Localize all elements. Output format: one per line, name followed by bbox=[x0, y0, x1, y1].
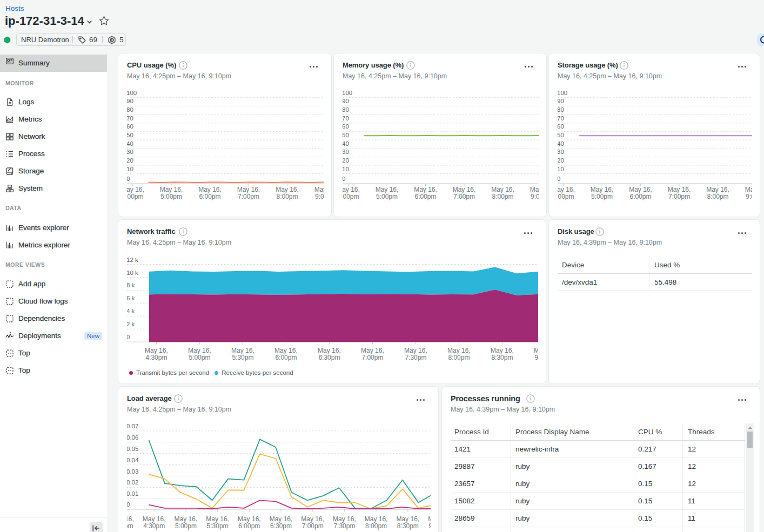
svg-text:50: 50 bbox=[126, 132, 133, 138]
svg-text:8:00pm: 8:00pm bbox=[448, 354, 470, 361]
svg-text:100: 100 bbox=[557, 90, 567, 96]
svg-text:30: 30 bbox=[342, 149, 349, 155]
svg-text:80: 80 bbox=[557, 106, 564, 113]
svg-text:7:00pm: 7:00pm bbox=[361, 354, 383, 361]
svg-text:50: 50 bbox=[342, 132, 349, 138]
svg-text:4:00pm: 4:00pm bbox=[118, 522, 133, 530]
svg-text:0: 0 bbox=[342, 176, 345, 182]
svg-text:May 16,: May 16, bbox=[745, 186, 760, 193]
svg-text:May 16,: May 16, bbox=[706, 186, 729, 193]
svg-text:0: 0 bbox=[126, 176, 130, 182]
svg-text:0.06: 0.06 bbox=[126, 434, 138, 441]
svg-text:May 16,: May 16, bbox=[552, 186, 575, 193]
svg-text:60: 60 bbox=[342, 123, 349, 130]
svg-text:5:00pm: 5:00pm bbox=[175, 522, 197, 530]
svg-text:May 16,: May 16, bbox=[276, 186, 299, 193]
svg-text:0.02: 0.02 bbox=[126, 479, 138, 486]
svg-text:40: 40 bbox=[557, 140, 564, 147]
svg-text:May 16,: May 16, bbox=[491, 186, 514, 193]
svg-text:40: 40 bbox=[126, 140, 133, 147]
svg-text:7:30pm: 7:30pm bbox=[405, 354, 426, 361]
svg-text:8 k: 8 k bbox=[126, 282, 135, 288]
svg-text:May 16,: May 16, bbox=[447, 347, 471, 354]
svg-text:5:00pm: 5:00pm bbox=[376, 193, 398, 200]
svg-text:0: 0 bbox=[126, 334, 130, 340]
svg-text:8:00pm: 8:00pm bbox=[276, 193, 298, 200]
svg-text:6:30pm: 6:30pm bbox=[270, 522, 292, 530]
svg-text:30: 30 bbox=[126, 149, 133, 155]
svg-text:May 16,: May 16, bbox=[629, 186, 652, 193]
svg-text:5:30pm: 5:30pm bbox=[207, 522, 229, 530]
svg-text:2 k: 2 k bbox=[126, 321, 135, 327]
svg-text:7:00pm: 7:00pm bbox=[453, 193, 475, 200]
svg-text:4:30pm: 4:30pm bbox=[145, 354, 167, 361]
svg-text:May 16,: May 16, bbox=[274, 347, 298, 354]
svg-text:May 16,: May 16, bbox=[198, 186, 222, 193]
svg-text:50: 50 bbox=[557, 132, 564, 138]
svg-text:7:00pm: 7:00pm bbox=[302, 522, 324, 530]
svg-text:May 16,: May 16, bbox=[237, 186, 260, 193]
svg-text:10: 10 bbox=[126, 166, 133, 172]
svg-text:80: 80 bbox=[126, 106, 133, 113]
svg-text:May 16,: May 16, bbox=[121, 186, 144, 193]
svg-text:6:00pm: 6:00pm bbox=[238, 522, 260, 530]
svg-text:May 16,: May 16, bbox=[175, 515, 198, 523]
svg-text:4:30pm: 4:30pm bbox=[143, 522, 165, 530]
svg-text:May 16,: May 16, bbox=[337, 186, 360, 193]
svg-text:0: 0 bbox=[557, 176, 560, 182]
svg-text:90: 90 bbox=[126, 98, 133, 104]
svg-text:May 16,: May 16, bbox=[314, 186, 332, 193]
svg-text:0.01: 0.01 bbox=[126, 490, 138, 497]
svg-text:5:00pm: 5:00pm bbox=[160, 193, 182, 200]
svg-text:20: 20 bbox=[557, 157, 564, 164]
svg-text:8:00pm: 8:00pm bbox=[707, 193, 728, 200]
svg-text:May 16,: May 16, bbox=[428, 515, 439, 523]
svg-text:70: 70 bbox=[126, 115, 133, 122]
svg-text:May 16,: May 16, bbox=[143, 515, 166, 523]
svg-text:May 16,: May 16, bbox=[231, 347, 254, 354]
svg-text:8:30pm: 8:30pm bbox=[397, 522, 419, 530]
svg-text:May 16,: May 16, bbox=[301, 515, 324, 523]
svg-text:80: 80 bbox=[342, 106, 349, 113]
svg-text:0.05: 0.05 bbox=[126, 446, 138, 452]
svg-text:May 16,: May 16, bbox=[376, 186, 399, 193]
svg-text:5:00pm: 5:00pm bbox=[189, 354, 210, 361]
svg-text:20: 20 bbox=[342, 157, 349, 164]
svg-text:May 16,: May 16, bbox=[534, 347, 546, 354]
svg-text:May 16,: May 16, bbox=[238, 515, 261, 523]
svg-text:6:30pm: 6:30pm bbox=[318, 354, 340, 361]
svg-text:90: 90 bbox=[557, 98, 564, 104]
svg-text:90: 90 bbox=[342, 98, 349, 104]
svg-text:May 16,: May 16, bbox=[404, 347, 427, 354]
svg-text:May 16,: May 16, bbox=[188, 347, 211, 354]
svg-text:10: 10 bbox=[557, 166, 564, 172]
svg-text:May 16,: May 16, bbox=[361, 347, 384, 354]
svg-text:6:00pm: 6:00pm bbox=[199, 193, 220, 200]
svg-text:7:00pm: 7:00pm bbox=[668, 193, 690, 200]
svg-text:May 16,: May 16, bbox=[145, 347, 168, 354]
svg-text:May 16,: May 16, bbox=[365, 515, 388, 523]
svg-text:0: 0 bbox=[126, 501, 130, 508]
svg-text:May 16,: May 16, bbox=[118, 515, 134, 523]
svg-text:6:00pm: 6:00pm bbox=[275, 354, 297, 361]
svg-text:8:30pm: 8:30pm bbox=[491, 354, 513, 361]
svg-text:May 16,: May 16, bbox=[668, 186, 691, 193]
svg-text:100: 100 bbox=[342, 90, 352, 96]
svg-text:70: 70 bbox=[557, 115, 564, 122]
svg-text:5:30pm: 5:30pm bbox=[232, 354, 253, 361]
svg-text:0.04: 0.04 bbox=[126, 457, 139, 463]
svg-text:5:00pm: 5:00pm bbox=[591, 193, 613, 200]
svg-text:40: 40 bbox=[342, 140, 349, 147]
svg-text:May 16,: May 16, bbox=[270, 515, 293, 523]
svg-text:May 16,: May 16, bbox=[333, 515, 356, 523]
svg-text:6:00pm: 6:00pm bbox=[414, 193, 436, 200]
svg-text:May 16,: May 16, bbox=[591, 186, 614, 193]
svg-text:70: 70 bbox=[342, 115, 349, 122]
svg-text:May 16,: May 16, bbox=[414, 186, 437, 193]
svg-text:4:00pm: 4:00pm bbox=[552, 193, 574, 200]
svg-text:6 k: 6 k bbox=[126, 295, 135, 301]
svg-text:0.07: 0.07 bbox=[126, 423, 138, 429]
svg-text:100: 100 bbox=[126, 90, 137, 96]
svg-text:May 16,: May 16, bbox=[453, 186, 476, 193]
svg-text:4:00pm: 4:00pm bbox=[337, 193, 359, 200]
